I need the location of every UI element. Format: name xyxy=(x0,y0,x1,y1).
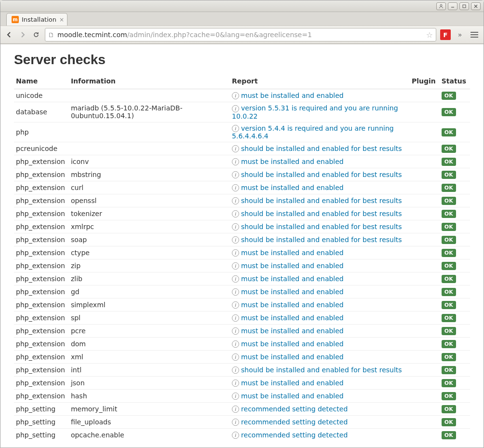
info-icon: i xyxy=(232,340,239,348)
browser-tab-active[interactable]: m Installation × xyxy=(6,13,67,26)
arrow-left-icon xyxy=(6,31,13,38)
report-link[interactable]: version 5.5.31 is required and you are r… xyxy=(232,104,398,120)
window-close-button[interactable] xyxy=(471,2,481,10)
cell-plugin xyxy=(410,233,440,246)
table-row: php_settingfile_uploadsirecommended sett… xyxy=(14,416,470,429)
status-badge: OK xyxy=(442,262,456,270)
report-link[interactable]: must be installed and enabled xyxy=(241,340,344,348)
cell-name: php_extension xyxy=(14,338,69,351)
report-link[interactable]: must be installed and enabled xyxy=(241,327,344,335)
report-link[interactable]: must be installed and enabled xyxy=(241,249,344,257)
info-icon: i xyxy=(232,367,239,374)
status-badge: OK xyxy=(442,184,456,192)
cell-plugin xyxy=(410,403,440,416)
cell-name: php_extension xyxy=(14,233,69,246)
report-link[interactable]: must be installed and enabled xyxy=(241,275,344,283)
flipboard-extension-button[interactable]: F xyxy=(440,29,451,40)
cell-name: unicode xyxy=(14,89,69,102)
status-badge: OK xyxy=(442,223,456,231)
window-minimize-button[interactable] xyxy=(448,2,457,10)
status-badge: OK xyxy=(442,145,456,153)
report-link[interactable]: should be installed and enabled for best… xyxy=(241,171,402,178)
cell-information: pcre xyxy=(69,325,230,338)
svg-point-0 xyxy=(440,4,442,6)
report-link[interactable]: should be installed and enabled for best… xyxy=(241,210,402,217)
report-link[interactable]: must be installed and enabled xyxy=(241,392,344,400)
tab-close-icon[interactable]: × xyxy=(59,16,64,23)
cell-plugin xyxy=(410,246,440,259)
moodle-favicon-icon: m xyxy=(12,16,19,23)
cell-information: opcache.enable xyxy=(69,429,230,442)
cell-report: imust be installed and enabled xyxy=(230,272,410,285)
col-information: Information xyxy=(69,74,230,89)
cell-information: intl xyxy=(69,364,230,377)
report-link[interactable]: recommended setting detected xyxy=(241,405,348,413)
report-link[interactable]: should be installed and enabled for best… xyxy=(241,145,402,152)
browser-menu-button[interactable] xyxy=(469,32,480,38)
cell-plugin xyxy=(410,122,440,142)
address-bar[interactable]: 🗋 moodle.tecmint.com/admin/index.php?cac… xyxy=(45,28,436,41)
os-window: m Installation × 🗋 moodle.tecmint.com/ad… xyxy=(0,0,484,448)
status-badge: OK xyxy=(442,249,456,257)
status-badge: OK xyxy=(442,275,456,283)
cell-name: php_extension xyxy=(14,299,69,312)
cell-name: php_extension xyxy=(14,390,69,403)
cell-report: iversion 5.5.31 is required and you are … xyxy=(230,102,410,122)
table-row: php_extensionjsonimust be installed and … xyxy=(14,377,470,390)
info-icon: i xyxy=(232,380,239,387)
forward-button[interactable] xyxy=(18,30,27,40)
cell-name: php_setting xyxy=(14,416,69,429)
reload-button[interactable] xyxy=(31,30,41,40)
table-row: php_settingmemory_limitirecommended sett… xyxy=(14,403,470,416)
report-link[interactable]: must be installed and enabled xyxy=(241,158,344,165)
report-link[interactable]: must be installed and enabled xyxy=(241,353,344,361)
cell-information: zlib xyxy=(69,272,230,285)
table-row: php_extensionhashimust be installed and … xyxy=(14,390,470,403)
status-badge: OK xyxy=(442,108,456,116)
cell-information: mariadb (5.5.5-10.0.22-MariaDB-0ubuntu0.… xyxy=(69,102,230,122)
report-link[interactable]: version 5.4.4 is required and you are ru… xyxy=(232,124,394,140)
table-row: pcreunicodeishould be installed and enab… xyxy=(14,142,470,155)
cell-information xyxy=(69,142,230,155)
cell-plugin xyxy=(410,285,440,299)
table-row: php_extensionxmlrpcishould be installed … xyxy=(14,220,470,233)
report-link[interactable]: must be installed and enabled xyxy=(241,288,344,296)
info-icon: i xyxy=(232,393,239,400)
cell-information: xml xyxy=(69,351,230,364)
report-link[interactable]: recommended setting detected xyxy=(241,418,348,426)
info-icon: i xyxy=(232,236,239,244)
report-link[interactable]: must be installed and enabled xyxy=(241,314,344,322)
cell-plugin xyxy=(410,102,440,122)
window-user-button[interactable] xyxy=(436,2,446,10)
page-viewport[interactable]: Server checks Name Information Report Pl… xyxy=(0,44,484,448)
hamburger-icon xyxy=(471,32,478,33)
cell-status: OK xyxy=(440,351,470,364)
report-link[interactable]: should be installed and enabled for best… xyxy=(241,197,402,204)
extensions-overflow-button[interactable]: » xyxy=(455,29,465,40)
report-link[interactable]: should be installed and enabled for best… xyxy=(241,223,402,231)
report-link[interactable]: must be installed and enabled xyxy=(241,262,344,270)
flipboard-icon: F xyxy=(444,31,448,39)
status-badge: OK xyxy=(442,392,456,400)
window-maximize-button[interactable] xyxy=(459,2,469,10)
cell-status: OK xyxy=(440,89,470,102)
report-link[interactable]: must be installed and enabled xyxy=(241,379,344,387)
cell-status: OK xyxy=(440,272,470,285)
cell-name: php_extension xyxy=(14,351,69,364)
cell-plugin xyxy=(410,390,440,403)
report-link[interactable]: should be installed and enabled for best… xyxy=(241,236,402,244)
report-link[interactable]: must be installed and enabled xyxy=(241,92,344,99)
report-link[interactable]: must be installed and enabled xyxy=(241,184,344,191)
cell-information: spl xyxy=(69,312,230,325)
cell-status: OK xyxy=(440,416,470,429)
report-link[interactable]: must be installed and enabled xyxy=(241,301,344,309)
back-button[interactable] xyxy=(4,30,14,40)
col-status: Status xyxy=(440,74,470,89)
report-link[interactable]: should be installed and enabled for best… xyxy=(241,366,402,374)
report-link[interactable]: recommended setting detected xyxy=(241,431,348,439)
cell-information: gd xyxy=(69,285,230,299)
user-icon xyxy=(439,4,444,9)
cell-name: php_extension xyxy=(14,181,69,194)
bookmark-star-icon[interactable]: ☆ xyxy=(426,30,433,40)
cell-information: file_uploads xyxy=(69,416,230,429)
